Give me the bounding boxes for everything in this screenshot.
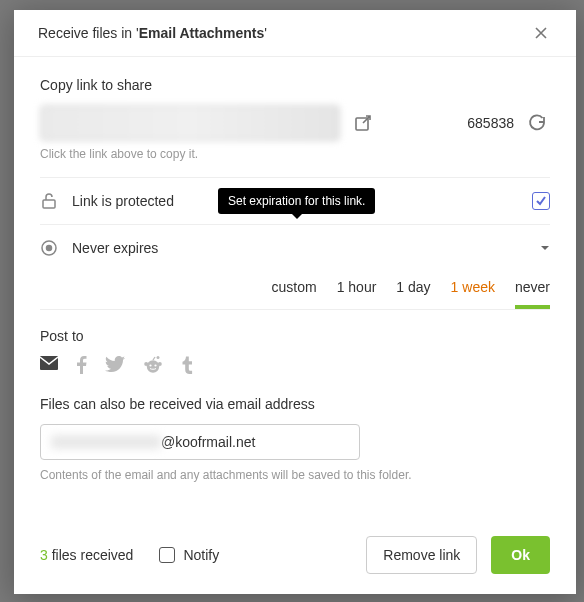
title-suffix: ' [264, 25, 267, 41]
copy-link-label: Copy link to share [40, 77, 550, 93]
facebook-icon[interactable] [76, 356, 87, 374]
expiration-row[interactable]: Never expires [40, 225, 550, 271]
chevron-down-icon [540, 243, 550, 253]
divider [40, 309, 550, 310]
modal-header: Receive files in 'Email Attachments' [14, 10, 576, 57]
receive-files-modal: Receive files in 'Email Attachments' Cop… [14, 10, 576, 594]
refresh-code-button[interactable] [524, 110, 550, 136]
modal-title: Receive files in 'Email Attachments' [38, 25, 530, 41]
folder-name: Email Attachments [139, 25, 265, 41]
checkbox-empty-icon [159, 547, 175, 563]
expiration-options: custom 1 hour 1 day 1 week never [40, 271, 550, 309]
expire-opt-1day[interactable]: 1 day [396, 279, 430, 309]
target-icon [40, 239, 58, 257]
open-link-button[interactable] [350, 110, 376, 136]
email-local-part [51, 435, 161, 449]
post-icons [40, 356, 550, 374]
modal-body: Copy link to share 685838 Click the link… [14, 57, 576, 520]
link-protected-checkbox[interactable] [532, 192, 550, 210]
files-received: 3 files received [40, 547, 133, 563]
ok-button[interactable]: Ok [491, 536, 550, 574]
email-label: Files can also be received via email add… [40, 396, 550, 412]
email-icon[interactable] [40, 356, 58, 374]
check-icon [535, 195, 547, 207]
link-protected-row[interactable]: Link is protected Set expiration for thi… [40, 178, 550, 224]
expire-opt-never[interactable]: never [515, 279, 550, 309]
refresh-icon [528, 114, 546, 132]
notify-checkbox[interactable]: Notify [159, 547, 219, 563]
expire-opt-custom[interactable]: custom [272, 279, 317, 309]
svg-point-9 [149, 364, 151, 366]
email-domain: @koofrmail.net [161, 434, 255, 450]
files-count: 3 [40, 547, 48, 563]
expire-opt-1week[interactable]: 1 week [451, 279, 495, 309]
twitter-icon[interactable] [105, 356, 125, 374]
svg-point-6 [144, 362, 148, 366]
expiration-tooltip: Set expiration for this link. [218, 188, 375, 214]
email-helper: Contents of the email and any attachment… [40, 468, 550, 482]
external-link-icon [354, 114, 372, 132]
link-code: 685838 [467, 115, 514, 131]
svg-rect-1 [43, 200, 55, 208]
title-prefix: Receive files in ' [38, 25, 139, 41]
remove-link-button[interactable]: Remove link [366, 536, 477, 574]
post-to-label: Post to [40, 328, 550, 344]
svg-point-5 [147, 360, 159, 372]
lock-icon [40, 192, 58, 210]
expire-opt-1hour[interactable]: 1 hour [337, 279, 377, 309]
expiration-text: Never expires [72, 240, 526, 256]
tumblr-icon[interactable] [181, 356, 193, 374]
close-icon [534, 26, 548, 40]
modal-footer: 3 files received Notify Remove link Ok [14, 520, 576, 594]
svg-point-3 [47, 246, 52, 251]
svg-point-7 [158, 362, 162, 366]
files-label: files received [48, 547, 134, 563]
receive-email-input[interactable]: @koofrmail.net [40, 424, 360, 460]
svg-rect-4 [40, 356, 58, 370]
svg-point-10 [154, 364, 156, 366]
share-link-input[interactable] [40, 105, 340, 141]
copy-link-helper: Click the link above to copy it. [40, 147, 550, 161]
link-row: 685838 [40, 105, 550, 141]
reddit-icon[interactable] [143, 356, 163, 374]
notify-label: Notify [183, 547, 219, 563]
svg-point-8 [157, 356, 160, 359]
close-button[interactable] [530, 22, 552, 44]
